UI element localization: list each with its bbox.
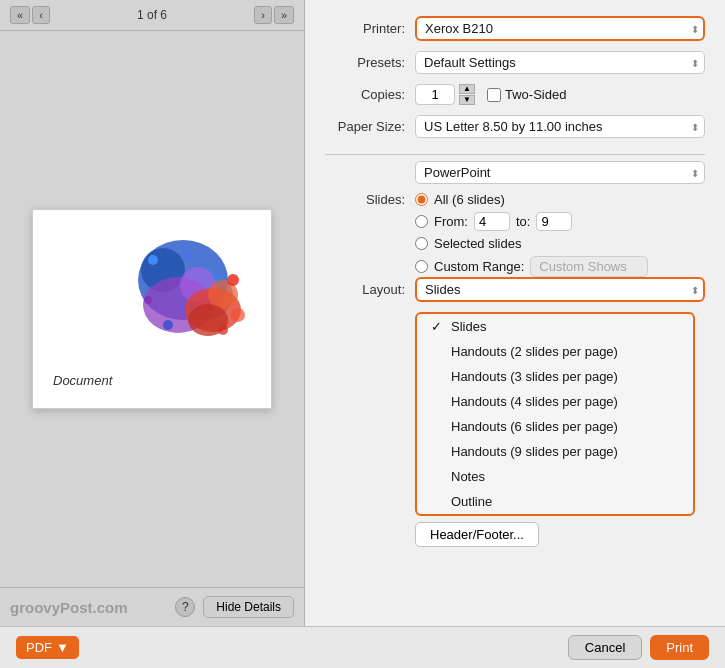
svg-point-14 [218,325,228,335]
powerpoint-row: PowerPoint ⬍ [325,161,705,184]
help-button[interactable]: ? [175,597,195,617]
dropdown-item[interactable]: Notes [417,464,693,489]
dropdown-item[interactable]: ✓Slides [417,314,693,339]
slides-from-radio[interactable] [415,215,428,228]
paper-size-row: Paper Size: US Letter 8.50 by 11.00 inch… [325,115,705,138]
presets-select[interactable]: Default Settings [415,51,705,74]
slides-custom-row: Custom Range: Custom Shows [415,256,648,277]
dropdown-item[interactable]: Handouts (9 slides per page) [417,439,693,464]
layout-select-wrapper: Slides ⬍ [415,277,705,302]
custom-shows-select: Custom Shows [530,256,648,277]
powerpoint-select[interactable]: PowerPoint [415,161,705,184]
svg-point-13 [184,251,192,259]
printer-select[interactable]: Xerox B210 [415,16,705,41]
slides-all-row: All (6 slides) [415,192,648,207]
header-footer-button[interactable]: Header/Footer... [415,522,539,547]
dropdown-item[interactable]: Outline [417,489,693,514]
svg-point-8 [148,255,158,265]
layout-select[interactable]: Slides [415,277,705,302]
slide-preview: Document [32,209,272,409]
slides-options: All (6 slides) From: to: Selected slides [415,192,648,277]
slides-from-input[interactable] [474,212,510,231]
nav-next-btn[interactable]: › [254,6,272,24]
copies-input[interactable]: 1 [415,84,455,105]
slides-selected-radio[interactable] [415,237,428,250]
paper-size-select-wrapper: US Letter 8.50 by 11.00 inches ⬍ [415,115,705,138]
slides-section: Slides: All (6 slides) From: to: [325,192,705,277]
slides-from-label: From: [434,214,468,229]
hide-details-button[interactable]: Hide Details [203,596,294,618]
presets-label: Presets: [325,55,415,70]
printer-row: Printer: Xerox B210 ⬍ [325,16,705,41]
nav-last-btn[interactable]: » [274,6,294,24]
pdf-button[interactable]: PDF ▼ [16,636,79,659]
dropdown-item-label: Handouts (4 slides per page) [451,394,618,409]
right-panel: Printer: Xerox B210 ⬍ Presets: Default S… [305,0,725,626]
powerpoint-select-wrapper: PowerPoint ⬍ [415,161,705,184]
dropdown-container: ✓SlidesHandouts (2 slides per page)Hando… [415,312,695,516]
pdf-label: PDF [26,640,52,655]
presets-select-wrapper: Default Settings ⬍ [415,51,705,74]
dropdown-checkmark: ✓ [431,319,445,334]
layout-row: Layout: Slides ⬍ [325,277,705,302]
dropdown-item-label: Slides [451,319,486,334]
dropdown-item-label: Outline [451,494,492,509]
slides-all-label: All (6 slides) [434,192,505,207]
copies-increment-btn[interactable]: ▲ [459,84,475,94]
dropdown-item-label: Handouts (2 slides per page) [451,344,618,359]
cancel-button[interactable]: Cancel [568,635,642,660]
dropdown-item[interactable]: Handouts (3 slides per page) [417,364,693,389]
dropdown-item[interactable]: Handouts (2 slides per page) [417,339,693,364]
slides-selected-row: Selected slides [415,236,648,251]
dropdown-item-label: Notes [451,469,485,484]
slide-label: Document [53,373,112,388]
nav-bar: « ‹ 1 of 6 › » [0,0,304,31]
slides-selected-label: Selected slides [434,236,521,251]
header-footer-row: Header/Footer... [325,522,705,547]
bottom-bar: groovyPost.com ? Hide Details [0,587,304,626]
svg-point-12 [163,320,173,330]
dropdown-item[interactable]: Handouts (6 slides per page) [417,414,693,439]
copies-decrement-btn[interactable]: ▼ [459,95,475,105]
action-right-group: Cancel Print [568,635,709,660]
action-bar: PDF ▼ Cancel Print [0,626,725,668]
layout-label: Layout: [325,282,415,297]
slides-custom-radio[interactable] [415,260,428,273]
splatter-graphic [93,230,253,370]
two-sided-group: Two-Sided [487,87,566,102]
slides-to-label: to: [516,214,530,229]
separator-1 [325,154,705,155]
svg-point-9 [227,274,239,286]
dropdown-item[interactable]: Handouts (4 slides per page) [417,389,693,414]
nav-next-group: › » [254,6,294,24]
paper-size-label: Paper Size: [325,119,415,134]
dropdown-item-label: Handouts (9 slides per page) [451,444,618,459]
presets-row: Presets: Default Settings ⬍ [325,51,705,74]
slides-custom-label: Custom Range: [434,259,524,274]
two-sided-checkbox[interactable] [487,88,501,102]
nav-prev-btn[interactable]: ‹ [32,6,50,24]
watermark: groovyPost.com [10,599,128,616]
pdf-arrow-icon: ▼ [56,640,69,655]
copies-row: Copies: 1 ▲ ▼ Two-Sided [325,84,705,105]
slides-to-input[interactable] [536,212,572,231]
layout-dropdown-menu: ✓SlidesHandouts (2 slides per page)Hando… [415,312,705,516]
slides-from-row: From: to: [415,212,648,231]
copies-stepper-group: 1 ▲ ▼ Two-Sided [415,84,566,105]
printer-label: Printer: [325,21,415,36]
copies-label: Copies: [325,87,415,102]
dropdown-item-label: Handouts (6 slides per page) [451,419,618,434]
two-sided-label: Two-Sided [505,87,566,102]
stepper-buttons: ▲ ▼ [459,84,475,105]
slides-all-radio[interactable] [415,193,428,206]
left-panel: « ‹ 1 of 6 › » [0,0,305,626]
nav-first-btn[interactable]: « [10,6,30,24]
svg-point-10 [144,296,152,304]
dropdown-item-label: Handouts (3 slides per page) [451,369,618,384]
print-button[interactable]: Print [650,635,709,660]
slides-label: Slides: [325,192,415,207]
paper-size-select[interactable]: US Letter 8.50 by 11.00 inches [415,115,705,138]
nav-prev-group: « ‹ [10,6,50,24]
svg-point-11 [231,308,245,322]
printer-select-wrapper: Xerox B210 ⬍ [415,16,705,41]
